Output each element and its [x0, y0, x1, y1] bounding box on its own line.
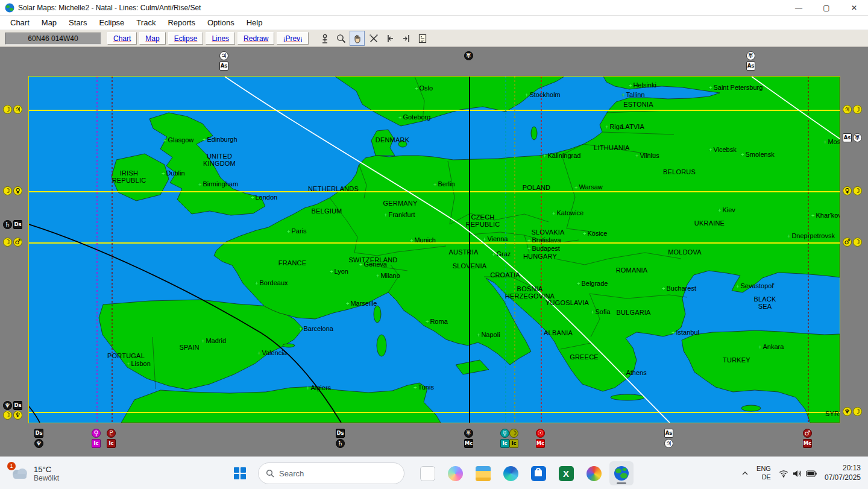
- volume-icon[interactable]: [793, 470, 802, 478]
- glyph-Mc: Mc: [536, 439, 545, 448]
- glyph-♇: ♇: [107, 429, 116, 438]
- tray-chevron-icon[interactable]: [741, 471, 749, 476]
- bound-left-button[interactable]: [382, 31, 397, 46]
- glyph-Ds: Ds: [336, 429, 345, 438]
- language-indicator[interactable]: ENG DE: [756, 465, 771, 482]
- menu-track[interactable]: Track: [131, 17, 161, 28]
- plot-tool-button[interactable]: [317, 31, 332, 46]
- taskbar: 1 15°C Bewölkt Search X: [0, 456, 868, 489]
- edge-marker-top: ♅As: [746, 51, 755, 71]
- edge-marker-bottom: Ds♆: [34, 429, 43, 448]
- taskbar-app-edge[interactable]: [498, 461, 523, 485]
- menu-options[interactable]: Options: [202, 17, 240, 28]
- land-cyprus: [741, 405, 761, 411]
- menu-map[interactable]: Map: [36, 17, 62, 28]
- photos-icon: [587, 466, 602, 481]
- taskbar-app-photos[interactable]: [582, 461, 606, 485]
- map-canvas[interactable]: +Helsinki+Saint Petersburg+Oslo+Tallinn+…: [28, 76, 840, 423]
- coordinate-display: 60N46 014W40: [5, 33, 101, 45]
- glyph-♅: ♅: [746, 51, 755, 60]
- glyph-♀: ♀: [843, 186, 852, 195]
- toolbar: 60N46 014W40 ChartMapEclipseLines Redraw…: [0, 30, 868, 47]
- glyph-♄: ♄: [336, 439, 345, 448]
- eclipse-button[interactable]: Eclipse: [168, 32, 204, 45]
- weather-cloud-icon: 1: [10, 465, 29, 481]
- edge-marker-bottom: As♃: [664, 429, 673, 448]
- land-crete: [611, 394, 644, 400]
- pan-hand-button[interactable]: [350, 31, 365, 46]
- zoom-icon: [336, 33, 347, 44]
- land-zealand: [398, 141, 407, 147]
- edge-marker-right: ♃☽: [843, 105, 862, 114]
- battery-icon[interactable]: [806, 470, 817, 477]
- glyph-♃: ♃: [219, 51, 228, 60]
- tray-time: 20:13: [825, 464, 861, 473]
- glyph-Ic: Ic: [500, 439, 509, 448]
- clock[interactable]: 20:13 07/07/2025: [825, 464, 861, 482]
- taskbar-app-store[interactable]: [526, 461, 550, 485]
- glyph-☽: ☽: [3, 186, 12, 195]
- edge-marker-bottom: ♇Ic: [107, 429, 116, 448]
- weather-widget[interactable]: 1 15°C Bewölkt: [5, 457, 64, 489]
- prev-button[interactable]: ¡Prev¡: [277, 32, 309, 45]
- wifi-icon[interactable]: [779, 470, 788, 478]
- weather-condition: Bewölkt: [34, 474, 59, 482]
- menu-chart[interactable]: Chart: [5, 17, 35, 28]
- glyph-☽: ☽: [853, 105, 862, 114]
- edge-marker-left: ☽♀: [3, 186, 22, 195]
- toolbar-nav-buttons: ChartMapEclipseLines: [107, 32, 237, 45]
- toolbar-action-buttons: Redraw¡Prev¡: [237, 32, 311, 45]
- glyph-♃: ♃: [664, 439, 673, 448]
- plot-tool-icon: [319, 33, 330, 44]
- weather-temperature: 15°C: [34, 465, 59, 474]
- edge-marker-right: ♂☽: [843, 238, 862, 247]
- glyph-Ds: Ds: [34, 429, 43, 438]
- taskbar-app-excel[interactable]: X: [554, 461, 578, 485]
- menu-help[interactable]: Help: [241, 17, 268, 28]
- bound-left-icon: [385, 33, 395, 44]
- glyph-☽: ☽: [3, 105, 12, 114]
- edge-marker-top: ♅: [464, 51, 473, 60]
- maximize-button[interactable]: ▢: [813, 0, 840, 15]
- chart-button[interactable]: Chart: [107, 32, 137, 45]
- cut-tool-icon: [368, 33, 379, 44]
- glyph-Ic: Ic: [92, 439, 101, 448]
- menu-stars[interactable]: Stars: [63, 17, 92, 28]
- map-button[interactable]: Map: [139, 32, 165, 45]
- glyph-Ic: Ic: [509, 439, 518, 448]
- menu-reports[interactable]: Reports: [162, 17, 201, 28]
- zoom-button[interactable]: [333, 31, 348, 46]
- bound-right-button[interactable]: [398, 31, 414, 46]
- glyph-♅: ♅: [464, 51, 473, 60]
- edge-marker-bottom: ♂Mc: [803, 429, 812, 448]
- glyph-As: As: [219, 62, 228, 71]
- edge-marker-right: ♀☽: [843, 186, 862, 195]
- taskbar-app-solar-maps[interactable]: [609, 461, 634, 485]
- lines-button[interactable]: Lines: [206, 32, 235, 45]
- search-placeholder: Search: [279, 469, 304, 478]
- glyph-♆: ♆: [843, 407, 852, 416]
- start-button[interactable]: [228, 461, 252, 485]
- chart-info-button[interactable]: [415, 31, 430, 46]
- search-box[interactable]: Search: [258, 462, 404, 484]
- tray-date: 07/07/2025: [825, 473, 861, 483]
- cut-tool-button[interactable]: [366, 31, 381, 46]
- window-icon: [420, 466, 435, 481]
- menu-eclipse[interactable]: Eclipse: [93, 17, 130, 28]
- glyph-☽: ☽: [3, 238, 12, 247]
- taskbar-app-explorer[interactable]: [471, 461, 495, 485]
- glyph-♅: ♅: [853, 133, 862, 142]
- app-window: Solar Maps: Michelle2 - Natal - Lines: C…: [0, 0, 868, 489]
- edge-marker-left: ♆Ds: [3, 401, 22, 410]
- glyph-♆: ♆: [34, 439, 43, 448]
- close-button[interactable]: ✕: [840, 0, 868, 15]
- minimize-button[interactable]: —: [785, 0, 813, 15]
- taskbar-app-copilot[interactable]: [443, 461, 467, 485]
- glyph-♃: ♃: [13, 105, 22, 114]
- redraw-button[interactable]: Redraw: [237, 32, 274, 45]
- edge-marker-bottom: ☉Mc: [536, 429, 545, 448]
- land-balearic: [283, 344, 295, 347]
- glyph-☽: ☽: [853, 186, 862, 195]
- glyph-♂: ♂: [843, 238, 852, 247]
- taskbar-app-window[interactable]: [415, 461, 439, 485]
